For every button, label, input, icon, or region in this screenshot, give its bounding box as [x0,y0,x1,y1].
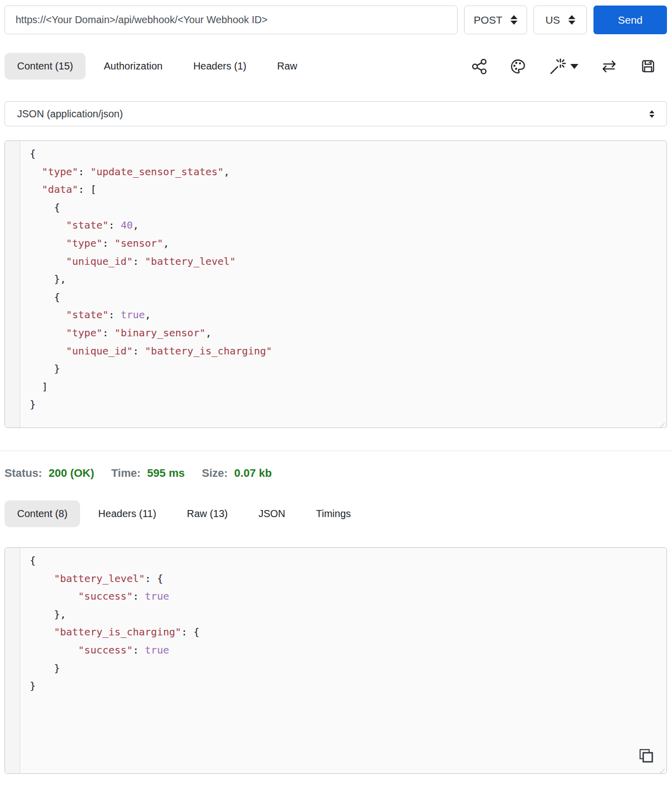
tab-response-content[interactable]: Content (8) [5,500,80,527]
share-button[interactable] [471,58,488,75]
updown-caret-icon [510,15,517,25]
response-body-code: { "battery_level": { "success": true }, … [20,548,666,773]
code-line: "type": "update_sensor_states", [30,163,661,181]
tab-request-authorization[interactable]: Authorization [91,53,175,80]
resize-grip[interactable] [659,766,665,772]
code-line: }, [30,270,661,288]
response-body-viewer: { "battery_level": { "success": true }, … [5,547,667,774]
code-line: "battery_level": { [30,570,661,588]
updown-caret-icon [568,15,575,25]
tab-request-raw[interactable]: Raw [265,53,310,80]
chevron-down-icon [570,64,578,69]
status-value: 200 (OK) [49,467,94,480]
code-line: "unique_id": "battery_is_charging" [30,342,661,360]
save-icon [640,58,656,75]
request-bar: POST US Send [5,6,667,34]
time-value: 595 ms [147,467,185,480]
status-group: Status: 200 (OK) [5,467,94,480]
method-select-value: POST [474,14,502,26]
code-line: "data": [ [30,181,661,199]
swap-arrows-icon [600,57,618,76]
code-line: "success": true [30,641,661,660]
content-type-select[interactable]: JSON (application/json) [5,101,667,126]
code-line: { [30,288,661,307]
time-group: Time: 595 ms [111,467,185,480]
code-line: { [30,199,661,217]
send-button[interactable]: Send [593,6,667,34]
code-line: "unique_id": "battery_level" [30,253,661,271]
size-group: Size: 0.07 kb [202,467,272,480]
code-line: "state": 40, [30,216,661,235]
magic-wand-icon [548,57,566,76]
updown-caret-icon [649,110,654,118]
request-body-code: { "type": "update_sensor_states", "data"… [20,141,666,427]
section-divider [0,451,672,451]
request-tab-row: Content (15)AuthorizationHeaders (1)Raw [5,53,667,80]
status-label: Status: [5,467,42,480]
code-line: { [30,145,661,163]
tab-response-raw[interactable]: Raw (13) [174,500,240,527]
copy-icon [636,747,654,765]
code-line: "state": true, [30,306,661,324]
code-line: "success": true [30,588,661,606]
code-line: "type": "binary_sensor", [30,324,661,342]
resize-grip[interactable] [659,420,665,426]
method-select[interactable]: POST [464,6,527,34]
palette-icon [509,58,527,75]
code-line: ] [30,378,661,396]
time-label: Time: [111,467,140,480]
editor-gutter [5,141,20,427]
size-value: 0.07 kb [234,467,272,480]
content-type-value: JSON (application/json) [17,108,123,120]
save-button[interactable] [640,58,656,75]
response-tab-row: Content (8)Headers (11)Raw (13)JSONTimin… [5,500,667,527]
tab-response-timings[interactable]: Timings [304,500,363,527]
region-select[interactable]: US [534,6,587,34]
share-icon [471,58,488,75]
region-select-value: US [545,14,560,26]
code-line: } [30,677,661,695]
theme-button[interactable] [509,58,527,75]
tab-response-json[interactable]: JSON [246,500,297,527]
tab-response-headers[interactable]: Headers (11) [86,500,169,527]
request-tabs: Content (15)AuthorizationHeaders (1)Raw [5,53,316,80]
api-tester-page: POST US Send Content (15)AuthorizationHe… [0,0,672,778]
code-line: { [30,552,661,570]
response-status-row: Status: 200 (OK) Time: 595 ms Size: 0.07… [5,467,667,480]
tab-request-content[interactable]: Content (15) [5,53,86,80]
code-line: } [30,660,661,678]
code-line: "type": "sensor", [30,235,661,253]
copy-response-button[interactable] [636,747,654,767]
code-line: } [30,396,661,414]
code-line: "battery_is_charging": { [30,623,661,641]
magic-wand-menu-button[interactable] [548,57,578,76]
size-label: Size: [202,467,228,480]
code-line: }, [30,606,661,624]
tab-request-headers[interactable]: Headers (1) [181,53,259,80]
url-input[interactable] [5,6,458,34]
code-line: } [30,360,661,378]
request-toolbar [471,57,667,76]
response-tabs: Content (8)Headers (11)Raw (13)JSONTimin… [5,500,369,527]
swap-button[interactable] [600,57,618,76]
viewer-gutter [5,548,20,773]
request-body-editor[interactable]: { "type": "update_sensor_states", "data"… [5,140,667,428]
